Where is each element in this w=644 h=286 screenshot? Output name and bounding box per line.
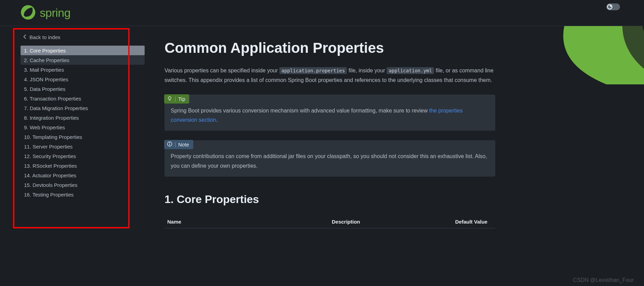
sidebar-item-actuator[interactable]: 14. Actuator Properties	[21, 170, 145, 180]
nav-list: 1. Core Properties 2. Cache Properties 3…	[21, 46, 145, 199]
brand-name: spring	[40, 6, 71, 20]
inline-code: application.properties	[279, 67, 347, 74]
note-body: Property contributions can come from add…	[165, 150, 495, 176]
intro-text: Various properties can be specified insi…	[165, 68, 279, 73]
svg-point-2	[168, 97, 171, 99]
inline-code: application.yml	[387, 67, 434, 74]
note-badge: Note	[164, 140, 193, 149]
chevron-left-icon	[23, 34, 27, 40]
spring-leaf-icon	[21, 5, 36, 21]
tip-callout: Tip Spring Boot provides various convers…	[165, 95, 495, 131]
page-title: Common Application Properties	[165, 40, 630, 56]
table-header-row: Name Description Default Value	[165, 215, 495, 228]
sidebar-item-devtools[interactable]: 15. Devtools Properties	[21, 180, 145, 190]
column-default: Default Value	[452, 215, 495, 228]
sidebar-item-integration[interactable]: 8. Integration Properties	[21, 113, 145, 122]
decorative-leaf-graphic	[527, 26, 644, 95]
header: spring	[0, 0, 644, 26]
tip-badge: Tip	[164, 94, 189, 104]
tip-body: Spring Boot provides various conversion …	[165, 104, 495, 131]
note-callout: Note Property contributions can come fro…	[165, 140, 495, 176]
column-name: Name	[165, 215, 329, 228]
moon-icon	[607, 4, 612, 10]
main: Back to index 1. Core Properties 2. Cach…	[0, 26, 644, 286]
tip-label: Tip	[178, 96, 185, 102]
properties-table: Name Description Default Value	[165, 215, 495, 228]
svg-point-6	[169, 143, 170, 143]
sidebar-item-web[interactable]: 9. Web Properties	[21, 122, 145, 132]
back-label: Back to index	[29, 34, 60, 40]
sidebar-item-mail[interactable]: 3. Mail Properties	[21, 65, 145, 74]
lightbulb-icon	[167, 96, 172, 102]
section-title: 1. Core Properties	[165, 193, 630, 206]
info-icon	[167, 141, 172, 148]
tip-text: Spring Boot provides various conversion …	[171, 108, 429, 114]
note-label: Note	[178, 142, 189, 147]
svg-point-1	[25, 15, 26, 16]
sidebar-item-rsocket[interactable]: 13. RSocket Properties	[21, 161, 145, 170]
tip-text: .	[216, 117, 218, 123]
sidebar-item-migration[interactable]: 7. Data Migration Properties	[21, 103, 145, 113]
theme-toggle[interactable]	[606, 3, 620, 10]
sidebar-item-core[interactable]: 1. Core Properties	[21, 46, 145, 55]
sidebar-item-data[interactable]: 5. Data Properties	[21, 84, 145, 94]
sidebar-item-json[interactable]: 4. JSON Properties	[21, 74, 145, 84]
sidebar-item-testing[interactable]: 16. Testing Properties	[21, 190, 145, 199]
separator	[175, 97, 175, 102]
sidebar-item-server[interactable]: 11. Server Properties	[21, 142, 145, 151]
column-description: Description	[329, 215, 452, 228]
sidebar-item-templating[interactable]: 10. Templating Properties	[21, 132, 145, 142]
sidebar-item-security[interactable]: 12. Security Properties	[21, 151, 145, 161]
back-to-index-link[interactable]: Back to index	[21, 32, 145, 42]
content: Common Application Properties Various pr…	[151, 26, 644, 286]
separator	[175, 142, 175, 147]
sidebar-item-cache[interactable]: 2. Cache Properties	[21, 55, 145, 65]
sidebar: Back to index 1. Core Properties 2. Cach…	[0, 26, 151, 286]
brand-logo[interactable]: spring	[21, 5, 71, 21]
intro-paragraph: Various properties can be specified insi…	[165, 66, 500, 85]
intro-text: file, inside your	[347, 68, 387, 73]
sidebar-item-transaction[interactable]: 6. Transaction Properties	[21, 94, 145, 103]
